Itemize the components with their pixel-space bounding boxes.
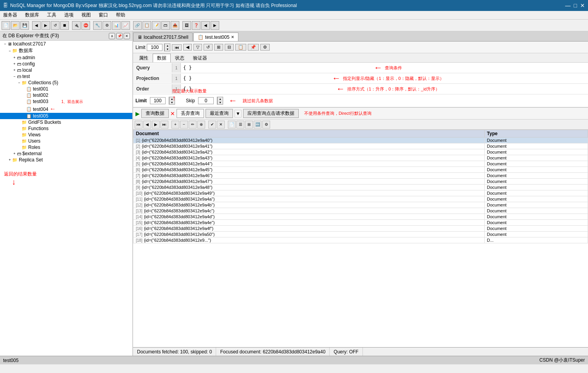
query-data-button[interactable]: 查询数据 [141, 109, 169, 118]
toolbar-stop[interactable]: ⏹ [60, 21, 69, 30]
data-view4-button[interactable]: 🔤 [254, 121, 262, 129]
table-row[interactable]: [11]{id=("6220b84d383dd803412e9a4a")Docu… [133, 196, 588, 202]
menu-help[interactable]: 帮助 [114, 12, 127, 18]
toolbar-btn11[interactable]: 📝 [152, 21, 161, 30]
toolbar-save[interactable]: 💾 [20, 21, 29, 30]
toolbar-refresh[interactable]: ↺ [51, 21, 60, 30]
limit-up[interactable]: ▲ [164, 44, 170, 47]
maximize-button[interactable]: □ [574, 2, 577, 9]
toolbar-btn15[interactable]: ❓ [192, 21, 200, 30]
tree-node-admin[interactable]: + 🗃 admin [0, 54, 132, 61]
tree-node-test003[interactable]: 📋 test003 1、双击展示 [0, 98, 132, 105]
skip-up[interactable]: ▲ [217, 97, 223, 101]
toolbar-btn14[interactable]: 🖼 [182, 21, 191, 30]
subtab-status[interactable]: 状态 [171, 54, 189, 62]
tree-node-external[interactable]: + 🗃 $external [0, 150, 132, 157]
menu-tools[interactable]: 工具 [45, 12, 58, 18]
table-row[interactable]: [6]{id=("6220b84d383dd803412e9a45")Docum… [133, 167, 588, 173]
skip-down[interactable]: ▼ [217, 101, 223, 104]
menu-options[interactable]: 选项 [63, 12, 75, 18]
copy-button[interactable]: 📋 [235, 44, 246, 51]
table-row[interactable]: [13]{id=("6220b84d383dd803412e9a4c")Docu… [133, 208, 588, 214]
toolbar-btn16[interactable]: ◀ [201, 21, 210, 30]
pin-button[interactable]: 📌 [116, 33, 123, 39]
menu-window[interactable]: 窗口 [97, 12, 110, 18]
toolbar-btn17[interactable]: ▶ [211, 21, 219, 30]
toolbar-btn8[interactable]: 📈 [121, 21, 130, 30]
tree-node-replicaset[interactable]: + 📁 Replica Set [0, 157, 132, 163]
refresh-button[interactable]: ↺ [204, 44, 213, 51]
data-view1-button[interactable]: 📄 [228, 121, 236, 129]
toolbar-btn6[interactable]: ⚙ [103, 21, 111, 30]
settings-button2[interactable]: ⚙ [260, 44, 270, 51]
first-page-button[interactable]: ⏮ [172, 44, 182, 51]
toolbar-btn12[interactable]: 🗃 [161, 21, 170, 30]
table-row[interactable]: [7]{id=("6220b84d383dd803412e9a46")Docum… [133, 173, 588, 179]
tree-node-gridfs[interactable]: 📁 GridFS Buckets [0, 119, 132, 125]
paste-button[interactable]: 📌 [248, 44, 259, 51]
filter-button[interactable]: ▽ [193, 44, 202, 51]
tree-node-local[interactable]: + 🗃 local [0, 67, 132, 73]
table-row[interactable]: [1]{id=("6220b84d383dd803412e9a40")Docum… [133, 138, 588, 143]
table-row[interactable]: [2]{id=("6220b84d383dd803412e9a41")Docum… [133, 143, 588, 149]
toolbar-btn13[interactable]: 📤 [171, 21, 179, 30]
tree-node-roles[interactable]: 📁 Roles [0, 144, 132, 150]
table-row[interactable]: [10]{id=("6220b84d383dd803412e9a49")Docu… [133, 190, 588, 196]
recent-query-button[interactable]: 最近查询 [206, 109, 233, 118]
table-row[interactable]: [12]{id=("6220b84d383dd803412e9a4b")Docu… [133, 202, 588, 208]
query-field-value[interactable]: { } [181, 64, 372, 71]
tree-node-test[interactable]: − 🗃 test [0, 73, 132, 80]
minimize-button[interactable]: — [565, 2, 571, 9]
tree-node-test004[interactable]: 📋 test004 ← [0, 105, 132, 113]
tab-close-button[interactable]: ✕ [231, 35, 234, 39]
data-copy2-button[interactable]: ⊕ [197, 121, 205, 129]
toolbar-connect[interactable]: 🔌 [72, 21, 81, 30]
subtab-validator[interactable]: 验证器 [189, 54, 211, 62]
data-view2-button[interactable]: ☰ [236, 121, 244, 129]
table-row[interactable]: [16]{id=("6220b84d383dd803412e9a4f")Docu… [133, 226, 588, 232]
tree-node-databases[interactable]: − 📁 数据库 [0, 47, 132, 54]
data-add-button[interactable]: + [171, 121, 179, 129]
tree-node-users[interactable]: 📁 Users [0, 138, 132, 144]
toolbar-new[interactable]: 📄 [2, 21, 10, 30]
collapse-button[interactable]: ∧ [109, 33, 115, 39]
toolbar-forward[interactable]: ▶ [41, 21, 50, 30]
table-row[interactable]: [9]{id=("6220b84d383dd803412e9a48")Docum… [133, 185, 588, 190]
toolbar-btn7[interactable]: 📊 [112, 21, 121, 30]
tree-node-views[interactable]: 📁 Views [0, 132, 132, 138]
export-button[interactable]: ⊞ [214, 44, 223, 51]
data-save2-button[interactable]: ✔ [208, 121, 216, 129]
tree-node-test005[interactable]: 📋 test005 [0, 113, 132, 119]
toolbar-open[interactable]: 📂 [11, 21, 20, 30]
tree-node-collections[interactable]: − 📁 Collections (5) [0, 80, 132, 86]
table-row[interactable]: [8]{id=("6220b84d383dd803412e9a47")Docum… [133, 179, 588, 185]
tab-shell[interactable]: 🖥 localhost:27017.Shell [133, 33, 193, 41]
tree-node-test002[interactable]: 📋 test002 [0, 92, 132, 98]
projection-field-value[interactable]: { } [181, 75, 330, 82]
limit-input[interactable] [147, 44, 162, 51]
limit-down[interactable]: ▼ [164, 47, 170, 51]
toolbar-back[interactable]: ◀ [32, 21, 41, 30]
data-remove-button[interactable]: − [180, 121, 188, 129]
discard-query-button[interactable]: 丢弃查询 [177, 109, 204, 118]
close-panel-button[interactable]: ✕ [124, 33, 130, 39]
table-row[interactable]: [14]{id=("6220b84d383dd803412e9a4d")Docu… [133, 214, 588, 220]
tree-node-config[interactable]: + 🗃 config [0, 61, 132, 67]
toolbar-btn5[interactable]: 🔧 [93, 21, 102, 30]
data-next-button[interactable]: ⏭ [161, 121, 168, 129]
data-view3-button[interactable]: ⊞ [245, 121, 253, 129]
data-play-button[interactable]: ▶ [152, 121, 160, 129]
table-row[interactable]: [4]{id=("6220b84d383dd803412e9a43")Docum… [133, 155, 588, 161]
data-first-button[interactable]: ⏮ [135, 121, 142, 129]
toolbar-btn10[interactable]: 📋 [142, 21, 151, 30]
data-edit-button[interactable]: ✏ [189, 121, 197, 129]
subtab-properties[interactable]: 属性 [135, 54, 153, 62]
tree-node-functions[interactable]: 📁 Functions [0, 125, 132, 132]
subtab-data[interactable]: 数据 [153, 54, 171, 62]
table-row[interactable]: [18]{id=("6220b84d383dd803412e9...")D... [133, 237, 588, 243]
close-button[interactable]: ✕ [580, 2, 585, 9]
menu-server[interactable]: 服务器 [2, 12, 19, 18]
apply-query-button[interactable]: 应用查询点击请求数据 [243, 109, 299, 118]
import-button[interactable]: ⊟ [225, 44, 234, 51]
table-row[interactable]: [5]{id=("6220b84d383dd803412e9a44")Docum… [133, 161, 588, 167]
